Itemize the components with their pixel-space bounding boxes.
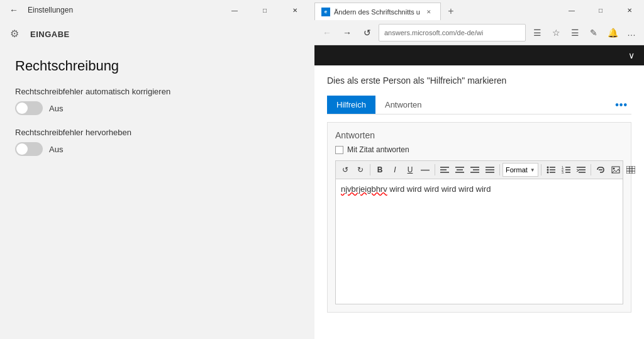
format-arrow-icon: ▼ <box>530 167 535 173</box>
settings-titlebar: ← Einstellungen — □ ✕ <box>0 0 314 20</box>
bold-icon: B <box>377 165 383 174</box>
table-button[interactable] <box>624 163 638 177</box>
indent-button[interactable] <box>574 163 588 177</box>
settings-maximize-button[interactable]: □ <box>250 0 279 20</box>
bold-button[interactable]: B <box>373 163 387 177</box>
tab-hilfreich-label: Hilfreich <box>336 100 366 109</box>
list-ol-button[interactable]: 1.2.3. <box>559 163 573 177</box>
forward-nav-icon: → <box>343 28 352 38</box>
underline-button[interactable]: U <box>403 163 417 177</box>
list-ordered-icon: 1.2.3. <box>562 166 570 174</box>
tab-antworten[interactable]: Antworten <box>375 96 431 114</box>
toggle-knob <box>16 103 28 114</box>
toolbar-separator-3 <box>499 164 500 175</box>
forum-tab-bar: Hilfreich Antworten ••• <box>327 96 631 114</box>
back-nav-icon: ← <box>323 28 331 38</box>
list-ul-button[interactable] <box>544 163 558 177</box>
refresh-nav-button[interactable]: ↺ <box>358 24 376 42</box>
autocorrect-setting: Rechtschreibfehler automatisch korrigier… <box>15 87 299 115</box>
browser-navbar: ← → ↺ answers.microsoft.com/de-de/wi ☰ ☆… <box>314 20 644 45</box>
strikethrough-button[interactable]: — <box>418 163 432 177</box>
settings-window-controls: — □ ✕ <box>220 0 309 20</box>
tab-more-button[interactable]: ••• <box>611 99 631 111</box>
toolbar-separator-2 <box>435 164 435 175</box>
quote-checkbox-row: Mit Zitat antworten <box>335 145 623 154</box>
browser-tab-active[interactable]: e Ändern des Schriftschnitts u ✕ <box>314 3 441 20</box>
redo-button[interactable]: ↻ <box>353 163 367 177</box>
toolbar-separator-4 <box>541 164 541 175</box>
image-button[interactable] <box>609 163 623 177</box>
align-center-icon <box>455 166 464 174</box>
align-right-button[interactable] <box>468 163 482 177</box>
svg-point-16 <box>547 172 548 174</box>
editor-area[interactable]: njvbrjeigbhrv wird wird wird wird wird w… <box>335 179 623 304</box>
autocorrect-toggle[interactable] <box>15 101 43 115</box>
browser-panel: e Ändern des Schriftschnitts u ✕ + — □ ✕… <box>314 0 644 339</box>
settings-heading: Rechtschreibung <box>15 58 299 74</box>
svg-point-29 <box>613 168 614 170</box>
refresh-nav-icon: ↺ <box>364 28 371 38</box>
undo-icon: ↺ <box>342 165 348 174</box>
align-center-button[interactable] <box>453 163 467 177</box>
quote-label: Mit Zitat antworten <box>347 145 409 154</box>
reply-section: Antworten Mit Zitat antworten ↺ ↻ B <box>327 122 631 313</box>
address-text: answers.microsoft.com/de-de/wi <box>384 29 483 36</box>
quote-checkbox[interactable] <box>335 146 343 154</box>
align-left-button[interactable] <box>438 163 452 177</box>
back-button[interactable]: ← <box>5 1 23 19</box>
list-unordered-icon <box>547 166 555 174</box>
new-tab-button[interactable]: + <box>441 3 461 20</box>
autocorrect-toggle-row: Aus <box>15 101 299 115</box>
indent-icon <box>577 166 586 174</box>
address-bar[interactable]: answers.microsoft.com/de-de/wi <box>379 24 526 42</box>
forward-nav-button[interactable]: → <box>338 24 356 42</box>
answer-title: Dies als erste Person als "Hilfreich" ma… <box>327 75 631 86</box>
maximize-icon: □ <box>263 7 267 14</box>
hub-icon: ☰ <box>571 28 579 38</box>
notifications-button[interactable]: 🔔 <box>604 24 621 42</box>
back-nav-button[interactable]: ← <box>318 24 336 42</box>
settings-header: ⚙ EINGABE <box>0 20 314 48</box>
favicon-letter: e <box>325 9 327 14</box>
reading-view-button[interactable]: ☰ <box>528 24 546 42</box>
link-icon <box>596 166 605 174</box>
hub-button[interactable]: ☰ <box>566 24 584 42</box>
italic-button[interactable]: I <box>388 163 402 177</box>
tab-favicon: e <box>321 8 330 16</box>
forum-tab-buttons: Hilfreich Antworten <box>327 96 431 114</box>
browser-minimize-button[interactable]: — <box>557 0 586 20</box>
tab-hilfreich[interactable]: Hilfreich <box>327 96 375 114</box>
settings-minimize-button[interactable]: — <box>220 0 249 20</box>
reading-view-icon: ☰ <box>533 28 541 38</box>
bookmark-button[interactable]: ☆ <box>547 24 565 42</box>
browser-titlebar: e Ändern des Schriftschnitts u ✕ + — □ ✕ <box>314 0 644 20</box>
close-icon: ✕ <box>292 7 297 14</box>
underline-icon: U <box>408 165 413 174</box>
svg-text:3.: 3. <box>562 170 564 174</box>
browser-close-button[interactable]: ✕ <box>615 0 644 20</box>
reply-heading: Antworten <box>335 130 623 140</box>
dropdown-button[interactable]: ∨ <box>624 48 639 63</box>
tab-close-button[interactable]: ✕ <box>424 7 434 17</box>
browser-maximize-button[interactable]: □ <box>586 0 615 20</box>
more-icon: … <box>627 28 636 38</box>
highlight-toggle-text: Aus <box>49 145 63 154</box>
highlight-toggle[interactable] <box>15 142 43 156</box>
gear-icon: ⚙ <box>10 28 23 40</box>
titlebar-left: ← Einstellungen <box>5 1 73 19</box>
content-dropdown-bar: ∨ <box>314 45 644 65</box>
justify-button[interactable] <box>483 163 497 177</box>
misspelled-word: njvbrjeigbhrv <box>341 184 387 194</box>
more-button[interactable]: … <box>623 24 640 42</box>
notes-button[interactable]: ✎ <box>585 24 602 42</box>
format-dropdown[interactable]: Format ▼ <box>502 163 538 177</box>
format-label: Format <box>506 166 528 174</box>
browser-minimize-icon: — <box>569 7 575 14</box>
svg-rect-30 <box>626 166 635 174</box>
undo-button[interactable]: ↺ <box>338 163 352 177</box>
settings-close-button[interactable]: ✕ <box>280 0 309 20</box>
browser-maximize-icon: □ <box>599 7 602 14</box>
settings-panel: ← Einstellungen — □ ✕ ⚙ EINGABE Rechtsch… <box>0 0 314 339</box>
link-button[interactable] <box>594 163 608 177</box>
nav-icons: ☰ ☆ ☰ ✎ 🔔 … <box>528 24 640 42</box>
